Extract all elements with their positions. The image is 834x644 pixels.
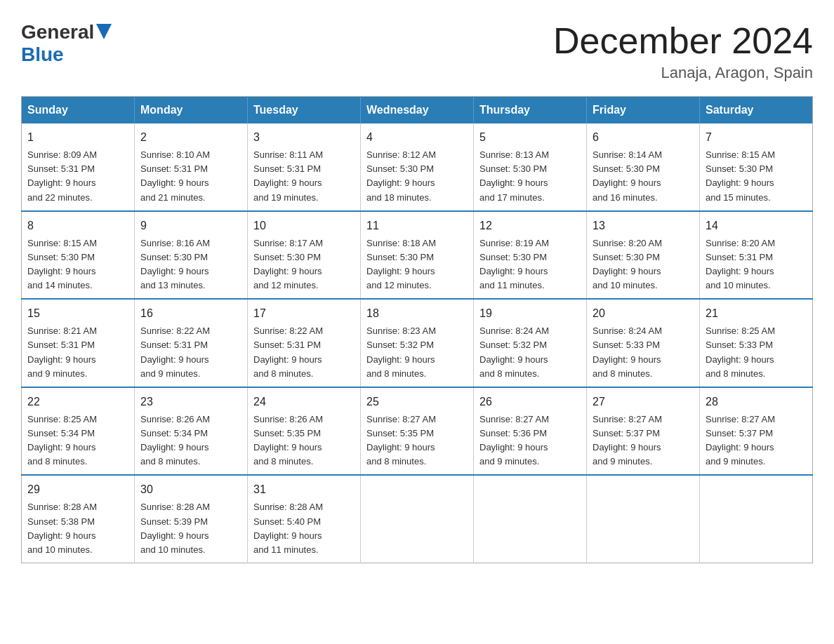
calendar-cell: 17Sunrise: 8:22 AMSunset: 5:31 PMDayligh… [248, 299, 361, 387]
calendar-cell: 22Sunrise: 8:25 AMSunset: 5:34 PMDayligh… [22, 387, 135, 476]
day-number: 1 [27, 129, 128, 146]
calendar-cell: 7Sunrise: 8:15 AMSunset: 5:30 PMDaylight… [700, 123, 813, 211]
week-row-5: 29Sunrise: 8:28 AMSunset: 5:38 PMDayligh… [22, 475, 813, 563]
day-number: 7 [706, 129, 807, 146]
calendar-cell: 10Sunrise: 8:17 AMSunset: 5:30 PMDayligh… [248, 211, 361, 300]
day-info: Sunrise: 8:25 AMSunset: 5:34 PMDaylight:… [27, 414, 97, 467]
day-number: 19 [479, 305, 581, 322]
calendar-cell: 8Sunrise: 8:15 AMSunset: 5:30 PMDaylight… [22, 211, 135, 300]
day-info: Sunrise: 8:18 AMSunset: 5:30 PMDaylight:… [366, 238, 436, 290]
calendar-cell: 13Sunrise: 8:20 AMSunset: 5:30 PMDayligh… [587, 211, 700, 300]
calendar-cell [474, 475, 587, 563]
page-header: General Blue December 2024 Lanaja, Arago… [21, 21, 813, 82]
day-number: 15 [27, 305, 128, 322]
day-number: 4 [366, 129, 468, 146]
day-info: Sunrise: 8:09 AMSunset: 5:31 PMDaylight:… [27, 149, 97, 202]
day-info: Sunrise: 8:27 AMSunset: 5:35 PMDaylight:… [366, 414, 436, 467]
day-info: Sunrise: 8:24 AMSunset: 5:32 PMDaylight:… [479, 326, 549, 378]
calendar-cell: 2Sunrise: 8:10 AMSunset: 5:31 PMDaylight… [135, 123, 248, 211]
day-number: 23 [140, 394, 241, 410]
day-info: Sunrise: 8:16 AMSunset: 5:30 PMDaylight:… [140, 238, 210, 290]
day-info: Sunrise: 8:20 AMSunset: 5:31 PMDaylight:… [706, 238, 775, 290]
calendar-cell: 9Sunrise: 8:16 AMSunset: 5:30 PMDaylight… [135, 211, 248, 300]
day-number: 24 [253, 394, 355, 410]
day-number: 2 [140, 129, 241, 146]
calendar-cell: 4Sunrise: 8:12 AMSunset: 5:30 PMDaylight… [361, 123, 474, 211]
day-info: Sunrise: 8:22 AMSunset: 5:31 PMDaylight:… [140, 326, 210, 378]
calendar-cell [700, 475, 813, 563]
day-number: 8 [27, 217, 128, 234]
day-number: 26 [479, 394, 581, 410]
day-info: Sunrise: 8:12 AMSunset: 5:30 PMDaylight:… [366, 149, 436, 202]
calendar-cell: 6Sunrise: 8:14 AMSunset: 5:30 PMDaylight… [587, 123, 700, 211]
day-number: 12 [479, 217, 581, 234]
day-number: 14 [706, 217, 807, 234]
day-info: Sunrise: 8:17 AMSunset: 5:30 PMDaylight:… [253, 238, 323, 290]
calendar-cell: 28Sunrise: 8:27 AMSunset: 5:37 PMDayligh… [700, 387, 813, 476]
calendar-cell: 23Sunrise: 8:26 AMSunset: 5:34 PMDayligh… [135, 387, 248, 476]
day-number: 17 [253, 305, 355, 322]
title-section: December 2024 Lanaja, Aragon, Spain [553, 21, 813, 82]
day-info: Sunrise: 8:28 AMSunset: 5:39 PMDaylight:… [140, 502, 210, 554]
day-info: Sunrise: 8:26 AMSunset: 5:35 PMDaylight:… [253, 414, 323, 467]
logo-blue-text: Blue [21, 43, 64, 65]
weekday-header-sunday: Sunday [22, 97, 135, 124]
calendar-cell: 18Sunrise: 8:23 AMSunset: 5:32 PMDayligh… [361, 299, 474, 387]
day-info: Sunrise: 8:23 AMSunset: 5:32 PMDaylight:… [366, 326, 436, 378]
weekday-header-wednesday: Wednesday [361, 97, 474, 124]
weekday-header-row: SundayMondayTuesdayWednesdayThursdayFrid… [22, 97, 813, 124]
day-number: 6 [593, 129, 694, 146]
day-number: 3 [253, 129, 355, 146]
day-info: Sunrise: 8:22 AMSunset: 5:31 PMDaylight:… [253, 326, 323, 378]
day-number: 18 [366, 305, 468, 322]
day-info: Sunrise: 8:24 AMSunset: 5:33 PMDaylight:… [593, 326, 662, 378]
day-number: 31 [253, 481, 355, 498]
calendar-cell: 25Sunrise: 8:27 AMSunset: 5:35 PMDayligh… [361, 387, 474, 476]
day-number: 28 [706, 394, 807, 410]
weekday-header-thursday: Thursday [474, 97, 587, 124]
calendar-cell: 12Sunrise: 8:19 AMSunset: 5:30 PMDayligh… [474, 211, 587, 300]
calendar-cell: 14Sunrise: 8:20 AMSunset: 5:31 PMDayligh… [700, 211, 813, 300]
calendar-cell [361, 475, 474, 563]
calendar-table: SundayMondayTuesdayWednesdayThursdayFrid… [21, 96, 813, 563]
weekday-header-monday: Monday [135, 97, 248, 124]
day-number: 22 [27, 394, 128, 410]
svg-marker-0 [96, 24, 112, 39]
calendar-cell: 16Sunrise: 8:22 AMSunset: 5:31 PMDayligh… [135, 299, 248, 387]
calendar-cell: 20Sunrise: 8:24 AMSunset: 5:33 PMDayligh… [587, 299, 700, 387]
calendar-cell: 19Sunrise: 8:24 AMSunset: 5:32 PMDayligh… [474, 299, 587, 387]
calendar-cell: 5Sunrise: 8:13 AMSunset: 5:30 PMDaylight… [474, 123, 587, 211]
day-number: 13 [593, 217, 694, 234]
week-row-3: 15Sunrise: 8:21 AMSunset: 5:31 PMDayligh… [22, 299, 813, 387]
calendar-cell: 29Sunrise: 8:28 AMSunset: 5:38 PMDayligh… [22, 475, 135, 563]
day-info: Sunrise: 8:10 AMSunset: 5:31 PMDaylight:… [140, 149, 210, 202]
day-number: 16 [140, 305, 241, 322]
day-info: Sunrise: 8:26 AMSunset: 5:34 PMDaylight:… [140, 414, 210, 467]
day-number: 11 [366, 217, 468, 234]
day-info: Sunrise: 8:27 AMSunset: 5:37 PMDaylight:… [593, 414, 662, 467]
weekday-header-friday: Friday [587, 97, 700, 124]
calendar-cell: 21Sunrise: 8:25 AMSunset: 5:33 PMDayligh… [700, 299, 813, 387]
day-number: 9 [140, 217, 241, 234]
day-info: Sunrise: 8:28 AMSunset: 5:40 PMDaylight:… [253, 502, 323, 554]
day-number: 5 [479, 129, 581, 146]
weekday-header-saturday: Saturday [700, 97, 813, 124]
day-info: Sunrise: 8:27 AMSunset: 5:36 PMDaylight:… [479, 414, 549, 467]
calendar-cell [587, 475, 700, 563]
calendar-cell: 1Sunrise: 8:09 AMSunset: 5:31 PMDaylight… [22, 123, 135, 211]
calendar-cell: 3Sunrise: 8:11 AMSunset: 5:31 PMDaylight… [248, 123, 361, 211]
calendar-cell: 24Sunrise: 8:26 AMSunset: 5:35 PMDayligh… [248, 387, 361, 476]
day-info: Sunrise: 8:27 AMSunset: 5:37 PMDaylight:… [706, 414, 775, 467]
calendar-cell: 27Sunrise: 8:27 AMSunset: 5:37 PMDayligh… [587, 387, 700, 476]
day-info: Sunrise: 8:11 AMSunset: 5:31 PMDaylight:… [253, 149, 323, 202]
day-info: Sunrise: 8:28 AMSunset: 5:38 PMDaylight:… [27, 502, 97, 554]
day-info: Sunrise: 8:19 AMSunset: 5:30 PMDaylight:… [479, 238, 549, 290]
calendar-cell: 30Sunrise: 8:28 AMSunset: 5:39 PMDayligh… [135, 475, 248, 563]
logo-general-text: General [21, 21, 94, 43]
day-info: Sunrise: 8:21 AMSunset: 5:31 PMDaylight:… [27, 326, 97, 378]
week-row-2: 8Sunrise: 8:15 AMSunset: 5:30 PMDaylight… [22, 211, 813, 300]
day-number: 30 [140, 481, 241, 498]
day-number: 20 [593, 305, 694, 322]
calendar-cell: 15Sunrise: 8:21 AMSunset: 5:31 PMDayligh… [22, 299, 135, 387]
day-number: 10 [253, 217, 355, 234]
